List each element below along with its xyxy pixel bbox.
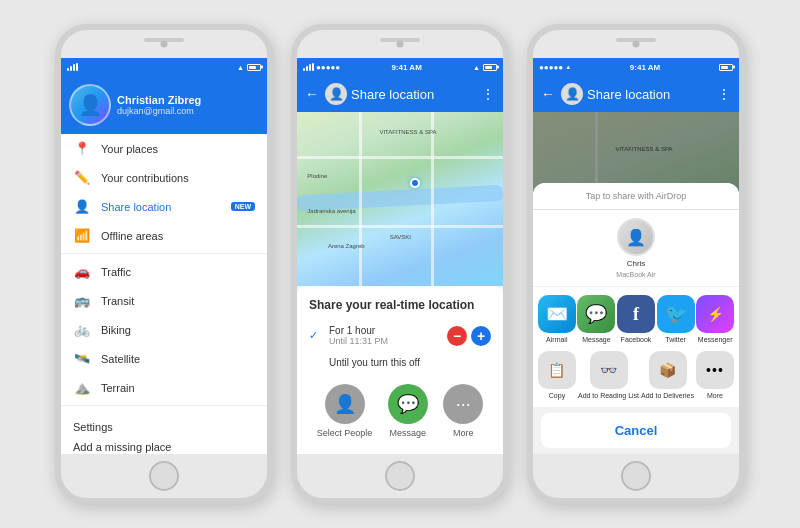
- battery-3: [719, 64, 733, 71]
- home-button-1[interactable]: [149, 461, 179, 491]
- pin-icon: 📍: [73, 141, 91, 156]
- message-label: Message: [390, 428, 427, 438]
- share-app-more[interactable]: ••• More: [696, 351, 734, 399]
- twitter-icon: 🐦: [657, 295, 695, 333]
- readlist-label: Add to Reading List: [578, 392, 639, 399]
- sidebar-item-contributions[interactable]: ✏️ Your contributions: [61, 163, 267, 192]
- person-icon: 👤: [73, 199, 91, 214]
- facebook-label: Facebook: [621, 336, 652, 343]
- airmail-icon: ✉️: [538, 295, 576, 333]
- more-label: More: [453, 428, 474, 438]
- battery-fill-2: [485, 66, 492, 69]
- status-left-1: [67, 63, 78, 71]
- message-icon: 💬: [388, 384, 428, 424]
- bar3: [73, 64, 75, 71]
- airmail-label: Airmail: [546, 336, 567, 343]
- home-button-2[interactable]: [385, 461, 415, 491]
- app-header-title-2: Share location: [351, 87, 475, 102]
- airdrop-person-chris[interactable]: 👤 Chris MacBook Air: [616, 218, 655, 278]
- status-right-3: [719, 64, 733, 71]
- share-app-deliveries[interactable]: 📦 Add to Deliveries: [641, 351, 694, 399]
- option-label-0: For 1 hour: [329, 325, 388, 336]
- bar4: [76, 63, 78, 71]
- sidebar-label-8: Terrain: [101, 382, 255, 394]
- select-people-action[interactable]: 👤 Select People: [317, 384, 373, 438]
- bike-icon: 🚲: [73, 322, 91, 337]
- more-button-2[interactable]: ⋮: [481, 86, 495, 102]
- option-sub-0: Until 11:31 PM: [329, 336, 388, 346]
- readlist-icon: 👓: [590, 351, 628, 389]
- people-glyph: 👤: [334, 393, 356, 415]
- share-app-reading-list[interactable]: 👓 Add to Reading List: [578, 351, 639, 399]
- airdrop-device-name: MacBook Air: [616, 271, 655, 278]
- sidebar-item-satellite[interactable]: 🛰️ Satellite: [61, 344, 267, 373]
- option-2-left: ✓ Until you turn this off: [309, 356, 420, 369]
- copy-label: Copy: [549, 392, 565, 399]
- phone-screen-2: ●●●●● 9:41 AM ▲ ← 👤 Share location ⋮: [297, 58, 503, 454]
- sidebar-item-share-location[interactable]: 👤 Share location NEW: [61, 192, 267, 221]
- share-app-airmail[interactable]: ✉️ Airmail: [538, 295, 576, 343]
- camera-dot: [161, 41, 168, 48]
- share-option-always[interactable]: ✓ Until you turn this off: [309, 351, 491, 374]
- phone-top-3: [533, 30, 739, 58]
- time-stepper: − +: [447, 326, 491, 346]
- sidebar-label-7: Satellite: [101, 353, 255, 365]
- terrain-icon: ⛰️: [73, 380, 91, 395]
- share-app-copy[interactable]: 📋 Copy: [538, 351, 576, 399]
- back-button-3[interactable]: ←: [541, 86, 555, 102]
- copy-icon: 📋: [538, 351, 576, 389]
- map-label-jadran: Jadranska avenija: [307, 208, 355, 214]
- message-action[interactable]: 💬 Message: [388, 384, 428, 438]
- share-app-facebook[interactable]: f Facebook: [617, 295, 655, 343]
- phone-top-2: [297, 30, 503, 58]
- map-label-vitafitness: VITAFITNESS & SPA: [379, 129, 436, 135]
- sidebar-item-your-places[interactable]: 📍 Your places: [61, 134, 267, 163]
- status-left-3: ●●●●● ▲: [539, 63, 571, 72]
- app-header-2: ← 👤 Share location ⋮: [297, 76, 503, 112]
- airdrop-avatar-chris: 👤: [617, 218, 655, 256]
- more-button-3[interactable]: ⋮: [717, 86, 731, 102]
- transit-icon: 🚌: [73, 293, 91, 308]
- deliveries-label: Add to Deliveries: [641, 392, 694, 399]
- sidebar-menu: 📍 Your places ✏️ Your contributions 👤 Sh…: [61, 134, 267, 454]
- select-people-label: Select People: [317, 428, 373, 438]
- sidebar-item-terrain[interactable]: ⛰️ Terrain: [61, 373, 267, 402]
- status-right-1: ▲: [237, 64, 261, 71]
- map-with-overlay: VITAFITNESS & SPA Jadranska avenija Tap …: [533, 112, 739, 454]
- sidebar-item-biking[interactable]: 🚲 Biking: [61, 315, 267, 344]
- step-minus-btn[interactable]: −: [447, 326, 467, 346]
- share-option-1hour[interactable]: ✓ For 1 hour Until 11:31 PM − +: [309, 320, 491, 351]
- more-glyph: ···: [456, 394, 471, 415]
- check-icon-1: ✓: [309, 329, 323, 342]
- battery-fill-1: [249, 66, 256, 69]
- back-button-2[interactable]: ←: [305, 86, 319, 102]
- sidebar-panel: ▲ 👤 Christian Zibreg dujkan@gmail.com: [61, 58, 267, 454]
- share-apps-row-1: ✉️ Airmail 💬 Message f Facebook 🐦: [533, 286, 739, 347]
- share-app-messenger[interactable]: ⚡ Messenger: [696, 295, 734, 343]
- bar2-p2: [306, 66, 308, 71]
- map-label-plodine: Plodine: [307, 173, 327, 179]
- app-header-title-3: Share location: [587, 87, 711, 102]
- user-avatar-header-3: 👤: [561, 83, 583, 105]
- sidebar-item-transit[interactable]: 🚌 Transit: [61, 286, 267, 315]
- option-label-1: Until you turn this off: [329, 357, 420, 368]
- step-plus-btn[interactable]: +: [471, 326, 491, 346]
- sheet-title-2: Share your real-time location: [309, 298, 491, 312]
- share-app-message[interactable]: 💬 Message: [577, 295, 615, 343]
- share-app-twitter[interactable]: 🐦 Twitter: [657, 295, 695, 343]
- phone-bottom-3: [533, 454, 739, 498]
- bar1: [67, 68, 69, 71]
- home-button-3[interactable]: [621, 461, 651, 491]
- traffic-icon: 🚗: [73, 264, 91, 279]
- phone-bottom-1: [61, 454, 267, 498]
- map-road-2b: [297, 225, 503, 228]
- settings-link[interactable]: Settings: [73, 417, 255, 437]
- more-action[interactable]: ··· More: [443, 384, 483, 438]
- add-missing-place-link[interactable]: Add a missing place: [73, 437, 255, 454]
- map-road-2a: [297, 156, 503, 159]
- sidebar-item-traffic[interactable]: 🚗 Traffic: [61, 257, 267, 286]
- sidebar-item-offline[interactable]: 📶 Offline areas: [61, 221, 267, 250]
- cancel-button[interactable]: Cancel: [541, 413, 731, 448]
- divider-1: [61, 253, 267, 254]
- signal-text-2: ●●●●●: [316, 63, 340, 72]
